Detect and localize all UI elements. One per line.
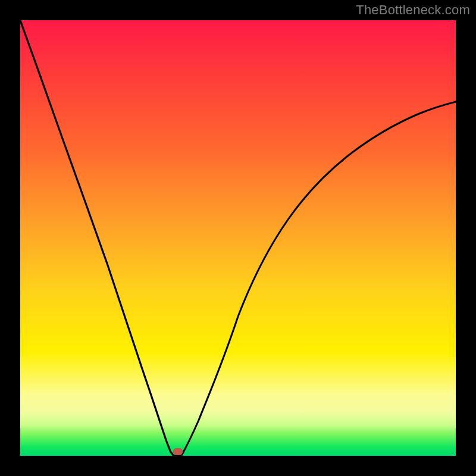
chart-frame: TheBottleneck.com: [0, 0, 476, 476]
plot-area: [20, 20, 456, 456]
trough-marker: [173, 448, 183, 455]
watermark-text: TheBottleneck.com: [356, 2, 470, 18]
bottleneck-curve: [20, 20, 456, 456]
curve-left-branch: [20, 20, 174, 456]
curve-right-branch: [181, 102, 456, 456]
